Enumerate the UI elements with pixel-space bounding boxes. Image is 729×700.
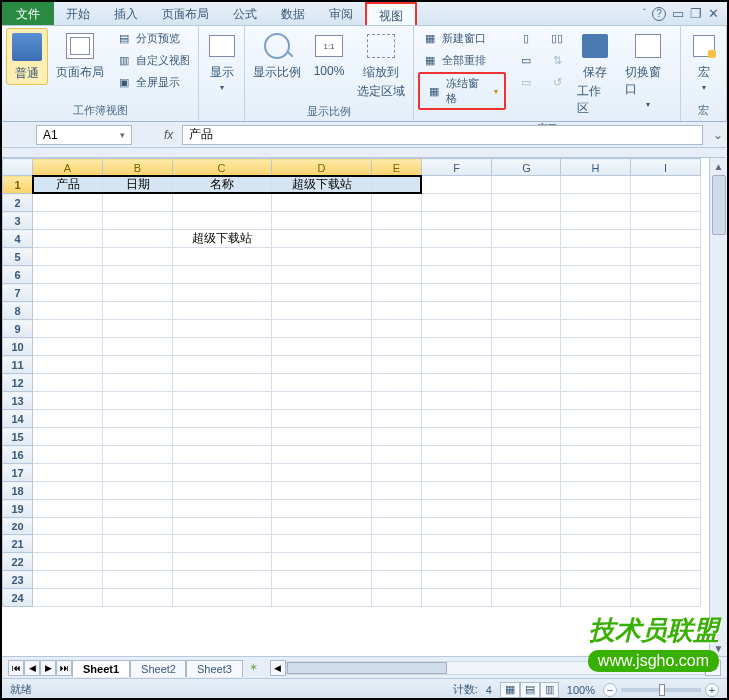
row-header-9[interactable]: 9 (3, 320, 33, 338)
cell-E11[interactable] (372, 356, 422, 374)
page-break-preview-button[interactable]: ▤分页预览 (112, 28, 194, 48)
cells-table[interactable]: ABCDEFGHI1产品日期名称超级下载站234超级下载站56789101112… (2, 158, 701, 607)
cell-C5[interactable] (173, 248, 272, 266)
cell-A23[interactable] (33, 571, 103, 589)
cell-B6[interactable] (103, 266, 173, 284)
cell-A5[interactable] (33, 248, 103, 266)
cell-D3[interactable] (272, 212, 372, 230)
cell-D14[interactable] (272, 410, 372, 428)
cell-B11[interactable] (103, 356, 173, 374)
cell-H1[interactable] (561, 176, 631, 194)
cell-D21[interactable] (272, 535, 372, 553)
cell-H19[interactable] (561, 500, 631, 518)
cell-E22[interactable] (372, 553, 422, 571)
cell-C19[interactable] (173, 500, 272, 518)
col-header-C[interactable]: C (173, 159, 272, 176)
sheet-tab-2[interactable]: Sheet2 (130, 660, 186, 677)
show-button[interactable]: 显示 ▾ (202, 28, 242, 94)
cell-E18[interactable] (372, 482, 422, 500)
scroll-down-icon[interactable]: ▼ (710, 640, 727, 656)
view-side-button[interactable]: ▯▯ (546, 28, 569, 48)
cell-B4[interactable] (103, 230, 173, 248)
cell-D22[interactable] (272, 553, 372, 571)
zoom-button[interactable]: 显示比例 (249, 28, 305, 83)
cell-G4[interactable] (492, 230, 561, 248)
col-header-E[interactable]: E (372, 159, 422, 176)
row-header-17[interactable]: 17 (3, 464, 33, 482)
cell-I21[interactable] (631, 535, 701, 553)
cell-D19[interactable] (272, 500, 372, 518)
cell-I2[interactable] (631, 194, 701, 212)
close-icon[interactable]: ✕ (708, 6, 719, 21)
view-pagebreak-icon[interactable]: ▥ (540, 682, 559, 698)
cell-B10[interactable] (103, 338, 173, 356)
page-layout-button[interactable]: 页面布局 (52, 28, 108, 83)
help-icon[interactable]: ? (652, 7, 666, 21)
row-header-18[interactable]: 18 (3, 482, 33, 500)
cell-C8[interactable] (173, 302, 272, 320)
cell-A24[interactable] (33, 589, 103, 607)
cell-H16[interactable] (561, 446, 631, 464)
cell-I17[interactable] (631, 464, 701, 482)
custom-views-button[interactable]: ▥自定义视图 (112, 50, 194, 70)
col-header-I[interactable]: I (631, 159, 701, 176)
cell-C17[interactable] (173, 464, 272, 482)
cell-A8[interactable] (33, 302, 103, 320)
tab-formulas[interactable]: 公式 (221, 2, 269, 25)
cell-I5[interactable] (631, 248, 701, 266)
zoom-in-icon[interactable]: + (705, 683, 719, 697)
cell-C1[interactable]: 名称 (173, 176, 272, 194)
cell-F1[interactable] (422, 176, 492, 194)
cell-C21[interactable] (173, 535, 272, 553)
sheet-nav-last-icon[interactable]: ⏭ (56, 660, 72, 676)
cell-G11[interactable] (492, 356, 561, 374)
cell-F7[interactable] (422, 284, 492, 302)
horizontal-scrollbar[interactable]: ◀ ▶ (270, 660, 721, 676)
cell-A1[interactable]: 产品 (33, 176, 103, 194)
minimize-icon[interactable]: ▭ (672, 6, 684, 21)
cell-I11[interactable] (631, 356, 701, 374)
cell-I8[interactable] (631, 302, 701, 320)
tab-view[interactable]: 视图 (365, 2, 417, 25)
cell-H14[interactable] (561, 410, 631, 428)
cell-H12[interactable] (561, 374, 631, 392)
cell-G15[interactable] (492, 428, 561, 446)
cell-C15[interactable] (173, 428, 272, 446)
cell-F11[interactable] (422, 356, 492, 374)
cell-B8[interactable] (103, 302, 173, 320)
cell-F14[interactable] (422, 410, 492, 428)
cell-E7[interactable] (372, 284, 422, 302)
cell-F23[interactable] (422, 571, 492, 589)
cell-D20[interactable] (272, 518, 372, 535)
cell-D1[interactable]: 超级下载站 (272, 176, 372, 194)
cell-G13[interactable] (492, 392, 561, 410)
cell-F24[interactable] (422, 589, 492, 607)
row-header-5[interactable]: 5 (3, 248, 33, 266)
cell-D23[interactable] (272, 571, 372, 589)
row-header-11[interactable]: 11 (3, 356, 33, 374)
cell-D4[interactable] (272, 230, 372, 248)
freeze-panes-button[interactable]: ▦冻结窗格▾ (422, 74, 502, 108)
scroll-right-icon[interactable]: ▶ (705, 660, 721, 676)
cell-E13[interactable] (372, 392, 422, 410)
cell-G23[interactable] (492, 571, 561, 589)
cell-E23[interactable] (372, 571, 422, 589)
cell-B23[interactable] (103, 571, 173, 589)
cell-A12[interactable] (33, 374, 103, 392)
cell-I15[interactable] (631, 428, 701, 446)
cell-C24[interactable] (173, 589, 272, 607)
cell-G3[interactable] (492, 212, 561, 230)
cell-I4[interactable] (631, 230, 701, 248)
sheet-tab-3[interactable]: Sheet3 (186, 660, 243, 677)
row-header-12[interactable]: 12 (3, 374, 33, 392)
cell-B21[interactable] (103, 535, 173, 553)
cell-B22[interactable] (103, 553, 173, 571)
cell-D10[interactable] (272, 338, 372, 356)
cell-B9[interactable] (103, 320, 173, 338)
cell-A22[interactable] (33, 553, 103, 571)
cell-E16[interactable] (372, 446, 422, 464)
cell-C9[interactable] (173, 320, 272, 338)
tab-insert[interactable]: 插入 (102, 2, 150, 25)
vscroll-thumb[interactable] (712, 175, 726, 235)
cell-H7[interactable] (561, 284, 631, 302)
